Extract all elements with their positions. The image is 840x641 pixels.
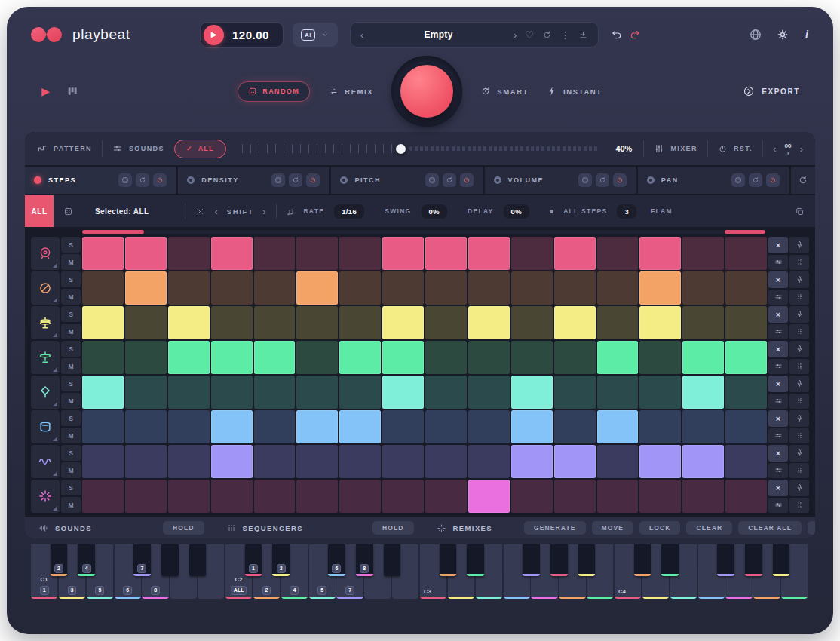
- step-shaker-6[interactable]: [296, 376, 338, 409]
- export-button[interactable]: EXPORT: [743, 85, 800, 97]
- step-synth-11[interactable]: [511, 445, 553, 478]
- redo-button[interactable]: [629, 29, 641, 41]
- spark-icon[interactable]: [31, 480, 60, 513]
- mute-button[interactable]: M: [61, 393, 81, 409]
- step-openhat-13[interactable]: [597, 271, 639, 305]
- step-shaker-15[interactable]: [682, 376, 724, 409]
- step-hihat-5[interactable]: [254, 306, 296, 339]
- step-perc-15[interactable]: [682, 410, 724, 443]
- step-fx-13[interactable]: [597, 480, 639, 513]
- solo-button[interactable]: S: [61, 376, 81, 391]
- step-perc-3[interactable]: [168, 410, 210, 443]
- randomize-button[interactable]: [271, 173, 285, 187]
- step-shaker-13[interactable]: [597, 376, 639, 409]
- move-button[interactable]: MOVE: [592, 521, 633, 535]
- step-shaker-16[interactable]: [725, 376, 767, 409]
- mic-icon[interactable]: [789, 306, 809, 323]
- piano-key-Ds3[interactable]: [467, 544, 484, 576]
- step-synth-5[interactable]: [254, 445, 296, 478]
- mute-button[interactable]: M: [61, 289, 81, 305]
- sync-all-button[interactable]: [791, 167, 815, 194]
- clear-row-button[interactable]: ×: [768, 341, 788, 357]
- remix-button[interactable]: REMIX: [328, 86, 373, 97]
- copy-icon[interactable]: [795, 207, 805, 216]
- piano-key-As3[interactable]: [578, 544, 596, 576]
- step-hihat-2[interactable]: [125, 306, 167, 339]
- drag-handle-icon[interactable]: [789, 290, 809, 305]
- step-hihat-6[interactable]: [296, 306, 338, 339]
- step-cymbal-13[interactable]: [597, 341, 639, 374]
- step-openhat-11[interactable]: [511, 271, 553, 305]
- power-button[interactable]: [766, 173, 780, 187]
- clear-row-button[interactable]: ×: [768, 271, 788, 288]
- step-synth-4[interactable]: [211, 445, 253, 478]
- step-shaker-8[interactable]: [382, 376, 424, 409]
- step-kick-3[interactable]: [168, 237, 210, 270]
- step-perc-11[interactable]: [511, 410, 553, 443]
- step-kick-10[interactable]: [468, 237, 510, 270]
- download-button[interactable]: [578, 30, 588, 40]
- delay-value[interactable]: 0%: [504, 204, 530, 219]
- step-synth-7[interactable]: [339, 445, 381, 478]
- random-button[interactable]: RANDOM: [238, 81, 310, 102]
- step-cymbal-1[interactable]: [82, 341, 124, 374]
- lock-button[interactable]: LOCK: [639, 521, 680, 535]
- all-filter-button[interactable]: ✓ ALL: [174, 140, 226, 158]
- step-hihat-3[interactable]: [168, 306, 210, 339]
- power-button[interactable]: [460, 173, 474, 187]
- info-icon[interactable]: i: [803, 29, 811, 41]
- step-kick-1[interactable]: [82, 237, 124, 270]
- step-synth-16[interactable]: [725, 445, 767, 478]
- step-perc-8[interactable]: [382, 410, 424, 443]
- piano-key-Cs2[interactable]: 1: [245, 544, 262, 576]
- drag-handle-icon[interactable]: [789, 359, 809, 375]
- clear-row-button[interactable]: ×: [768, 306, 788, 323]
- step-fx-4[interactable]: [211, 480, 253, 513]
- piano-key-Cs1[interactable]: 2: [51, 544, 68, 576]
- step-shaker-3[interactable]: [168, 376, 210, 409]
- solo-button[interactable]: S: [61, 306, 81, 322]
- tab-steps[interactable]: STEPS: [25, 167, 176, 194]
- sounds-toggle[interactable]: SOUNDS: [112, 143, 164, 154]
- mixer-button[interactable]: MIXER: [654, 143, 697, 154]
- step-openhat-1[interactable]: [82, 271, 124, 305]
- randomize-button[interactable]: [425, 173, 439, 187]
- shaker-icon[interactable]: [31, 376, 60, 409]
- step-cymbal-15[interactable]: [682, 341, 724, 374]
- filter-sliders-icon[interactable]: [768, 290, 788, 305]
- preset-next-button[interactable]: ›: [514, 29, 517, 41]
- power-button[interactable]: [306, 173, 320, 187]
- step-fx-14[interactable]: [639, 480, 681, 513]
- step-fx-5[interactable]: [254, 480, 296, 513]
- loop-range-start[interactable]: [82, 230, 144, 234]
- drag-handle-icon[interactable]: [789, 428, 809, 444]
- step-perc-5[interactable]: [254, 410, 296, 443]
- step-perc-9[interactable]: [425, 410, 467, 443]
- refresh-button[interactable]: [136, 173, 149, 187]
- transport-play-button[interactable]: ▶: [41, 86, 50, 97]
- step-cymbal-11[interactable]: [511, 341, 553, 374]
- clear-row-button[interactable]: ×: [768, 480, 788, 496]
- step-shaker-1[interactable]: [82, 376, 124, 409]
- piano-key-Gs3[interactable]: [550, 544, 568, 576]
- step-fx-11[interactable]: [511, 480, 553, 513]
- piano-roll-icon[interactable]: [66, 85, 78, 97]
- step-fx-10[interactable]: [468, 480, 510, 513]
- step-shaker-5[interactable]: [254, 376, 296, 409]
- step-cymbal-8[interactable]: [382, 341, 424, 374]
- drag-handle-icon[interactable]: [789, 498, 809, 514]
- step-fx-8[interactable]: [382, 480, 424, 513]
- step-perc-2[interactable]: [125, 410, 167, 443]
- smart-button[interactable]: SMART: [480, 86, 529, 97]
- step-hihat-11[interactable]: [511, 306, 553, 339]
- swing-value[interactable]: 0%: [422, 204, 448, 219]
- piano-key-Ds2[interactable]: 3: [272, 544, 290, 576]
- refresh-button[interactable]: [443, 173, 456, 187]
- piano-key-Gs2[interactable]: 8: [356, 544, 373, 576]
- clear-button[interactable]: CLEAR: [686, 521, 732, 535]
- hihat-icon[interactable]: [31, 306, 60, 339]
- step-synth-15[interactable]: [682, 445, 724, 478]
- piano-key-Cs3[interactable]: [440, 544, 457, 576]
- drag-handle-icon[interactable]: [789, 324, 809, 340]
- clear-row-button[interactable]: ×: [768, 237, 788, 253]
